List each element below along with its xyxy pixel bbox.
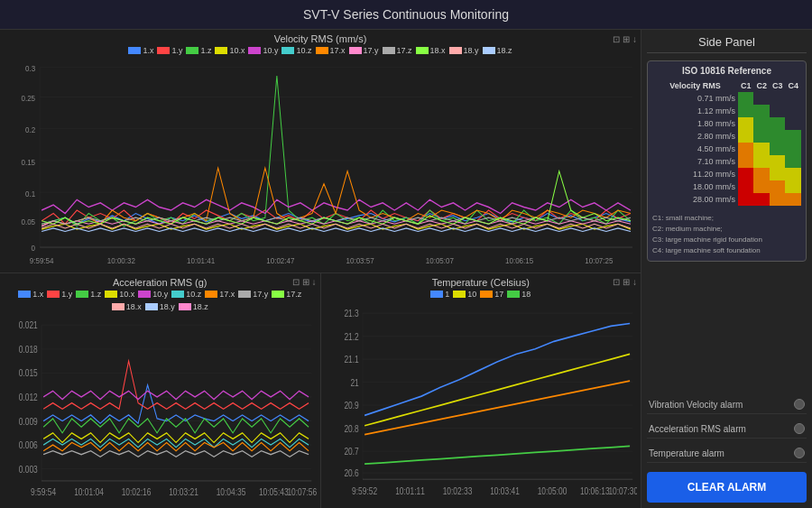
legend-label: 1.x (32, 290, 43, 299)
velocity-chart-panel: Velocity RMS (mm/s) ⊡ ⊞ ↓ 1.x1.y1.z10.x1… (0, 30, 641, 273)
svg-text:20.9: 20.9 (344, 400, 359, 411)
download-icon-accel[interactable]: ↓ (312, 277, 317, 287)
svg-text:10:00:32: 10:00:32 (107, 255, 135, 265)
download-icon[interactable]: ↓ (632, 34, 637, 44)
iso-vel-label: 28.00 mm/s (652, 193, 738, 206)
velocity-chart-icons: ⊡ ⊞ ↓ (613, 34, 637, 44)
legend-item: 10.x (215, 46, 245, 55)
iso-cell-c1 (738, 130, 754, 143)
iso-notes: C1: small machine;C2: medium machine;C3:… (652, 213, 801, 256)
svg-text:10:01:41: 10:01:41 (187, 255, 215, 265)
legend-item: 17.y (238, 290, 268, 299)
iso-cell-c4 (785, 155, 801, 168)
legend-label: 18.z (497, 46, 512, 55)
legend-item: 18.z (483, 46, 512, 55)
iso-cell-c2 (753, 143, 770, 155)
legend-item: 1.z (186, 46, 211, 55)
svg-text:0.1: 0.1 (25, 189, 35, 199)
legend-color-swatch (272, 291, 284, 298)
temp-alarm-label: Temperature alarm (649, 448, 724, 458)
legend-item: 17.z (272, 290, 301, 299)
legend-label: 18.y (160, 302, 175, 311)
expand-icon-temp[interactable]: ⊡ (613, 277, 620, 287)
expand-icon[interactable]: ⊡ (613, 34, 620, 44)
legend-item: 18.y (449, 46, 479, 55)
velocity-title-row: Velocity RMS (mm/s) ⊡ ⊞ ↓ (4, 33, 637, 44)
svg-text:9:59:52: 9:59:52 (352, 485, 377, 495)
temp-alarm-indicator (794, 448, 805, 458)
iso-note-line: C1: small machine; (652, 213, 801, 224)
iso-cell-c4 (785, 92, 801, 105)
iso-cell-c4 (785, 117, 801, 130)
legend-label: 1.x (143, 46, 153, 55)
iso-col-c1: C1 (738, 79, 754, 92)
legend-label: 17.x (219, 290, 235, 299)
iso-cell-c4 (785, 130, 801, 143)
temp-alarm-item: Temperature alarm (647, 444, 807, 463)
temp-chart-area: 21.3 21.2 21.1 21 20.9 20.8 20.7 20.6 9:… (325, 300, 638, 505)
iso-cell-c3 (770, 168, 786, 180)
legend-color-swatch (179, 303, 191, 310)
legend-item: 1.x (18, 290, 43, 299)
svg-text:10:07:25: 10:07:25 (585, 255, 613, 265)
svg-text:0.15: 0.15 (21, 157, 35, 167)
legend-label: 1 (445, 290, 449, 299)
iso-table: Velocity RMS C1 C2 C3 C4 0.71 mm/s1.12 m… (652, 79, 801, 206)
reset-icon-accel[interactable]: ⊞ (302, 277, 309, 287)
iso-cell-c3 (770, 117, 786, 130)
iso-cell-c2 (753, 193, 770, 206)
legend-item: 18.z (179, 302, 208, 311)
reset-icon[interactable]: ⊞ (623, 34, 630, 44)
iso-note-line: C3: large machine rigid foundation (652, 235, 801, 245)
temp-title-row: Temperature (Celsius) ⊡ ⊞ ↓ (325, 277, 638, 288)
svg-text:0.009: 0.009 (19, 415, 38, 426)
iso-col-c2: C2 (753, 79, 770, 92)
expand-icon-accel[interactable]: ⊡ (292, 277, 300, 287)
iso-cell-c1 (738, 155, 754, 168)
legend-label: 18.x (126, 302, 142, 311)
reset-icon-temp[interactable]: ⊞ (623, 277, 630, 287)
iso-vel-label: 1.12 mm/s (652, 105, 738, 117)
svg-text:20.7: 20.7 (344, 446, 359, 457)
legend-label: 10 (467, 290, 476, 299)
legend-item: 18.x (416, 46, 446, 55)
svg-text:0.2: 0.2 (25, 125, 35, 135)
iso-vel-label: 11.20 mm/s (652, 168, 738, 180)
svg-text:10:07:56: 10:07:56 (287, 485, 316, 496)
iso-cell-c1 (738, 180, 754, 193)
legend-label: 10.z (296, 46, 311, 55)
legend-item: 10.y (138, 290, 168, 299)
iso-ref-title: ISO 10816 Reference (652, 66, 801, 76)
legend-label: 18.y (464, 46, 479, 55)
svg-text:10:03:21: 10:03:21 (169, 485, 198, 496)
legend-color-swatch (128, 47, 141, 54)
accel-title-row: Acceleration RMS (g) ⊡ ⊞ ↓ (4, 277, 317, 288)
legend-color-swatch (453, 291, 466, 298)
legend-item: 18 (507, 290, 531, 299)
iso-cell-c2 (753, 168, 770, 180)
iso-cell-c4 (785, 193, 801, 206)
iso-cell-c2 (753, 92, 770, 105)
legend-label: 10.y (263, 46, 278, 55)
legend-color-swatch (383, 47, 395, 54)
legend-label: 1.z (200, 46, 211, 55)
clear-alarm-button[interactable]: CLEAR ALARM (647, 472, 807, 503)
legend-color-swatch (215, 47, 227, 54)
legend-color-swatch (480, 291, 493, 298)
svg-text:0: 0 (32, 243, 36, 253)
iso-cell-c1 (738, 117, 754, 130)
legend-color-swatch (416, 47, 429, 54)
legend-color-swatch (449, 47, 462, 54)
iso-col-vel: Velocity RMS (652, 79, 738, 92)
main-content: Velocity RMS (mm/s) ⊡ ⊞ ↓ 1.x1.y1.z10.x1… (0, 30, 812, 508)
svg-text:0.006: 0.006 (19, 439, 38, 450)
legend-color-swatch (105, 291, 117, 298)
svg-text:10:01:04: 10:01:04 (74, 485, 104, 496)
svg-text:9:59:54: 9:59:54 (31, 485, 57, 496)
download-icon-temp[interactable]: ↓ (632, 277, 637, 287)
alarm-section: Vibration Velocity alarm Acceleration RM… (647, 269, 807, 503)
app-title: SVT-V Series Continuous Monitoring (303, 7, 509, 22)
legend-label: 1.y (61, 290, 72, 299)
iso-cell-c4 (785, 143, 801, 155)
svg-text:0.25: 0.25 (21, 94, 35, 104)
